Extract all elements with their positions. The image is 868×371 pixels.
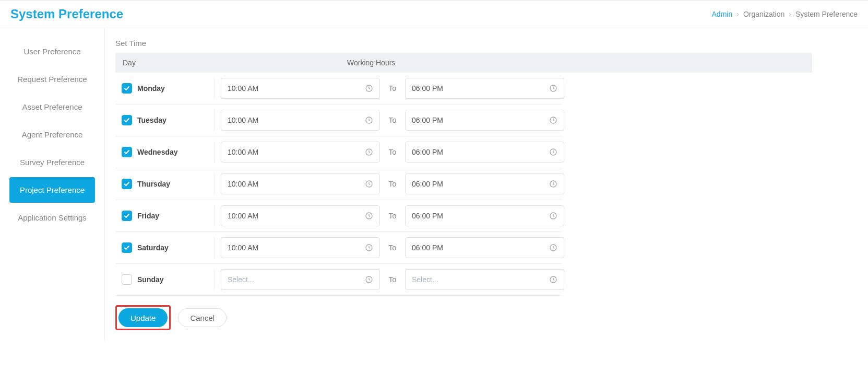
times-cell: 10:00 AMTo06:00 PM bbox=[215, 110, 564, 131]
sidebar-item-project-preference[interactable]: Project Preference bbox=[9, 177, 95, 203]
day-row: Friday10:00 AMTo06:00 PM bbox=[115, 200, 562, 232]
day-cell: Friday bbox=[115, 205, 215, 226]
col-hours-header: Working Hours bbox=[347, 59, 805, 67]
cancel-button[interactable]: Cancel bbox=[178, 308, 227, 327]
from-time-value: 10:00 AM bbox=[228, 212, 258, 220]
clock-icon bbox=[549, 244, 557, 252]
day-label: Sunday bbox=[137, 275, 164, 284]
clock-icon bbox=[365, 244, 373, 252]
day-label: Thursday bbox=[137, 180, 170, 188]
sidebar-item-survey-preference[interactable]: Survey Preference bbox=[9, 149, 95, 175]
to-time-value: 06:00 PM bbox=[412, 212, 443, 220]
from-time-value: 10:00 AM bbox=[228, 116, 258, 124]
sidebar-item-asset-preference[interactable]: Asset Preference bbox=[9, 94, 95, 120]
to-label: To bbox=[386, 212, 399, 220]
clock-icon bbox=[549, 275, 557, 284]
clock-icon bbox=[549, 116, 557, 124]
clock-icon bbox=[549, 212, 557, 220]
page-title: System Preference bbox=[10, 7, 123, 21]
times-cell: 10:00 AMTo06:00 PM bbox=[215, 173, 564, 194]
to-label: To bbox=[386, 84, 399, 92]
day-row: Tuesday10:00 AMTo06:00 PM bbox=[115, 105, 562, 136]
to-time-input[interactable]: 06:00 PM bbox=[405, 205, 564, 226]
to-time-input[interactable]: 06:00 PM bbox=[405, 78, 564, 99]
from-time-input[interactable]: 10:00 AM bbox=[221, 205, 380, 226]
clock-icon bbox=[549, 148, 557, 156]
to-time-value: 06:00 PM bbox=[412, 148, 443, 156]
day-checkbox[interactable] bbox=[122, 211, 132, 221]
to-time-input[interactable]: 06:00 PM bbox=[405, 142, 564, 163]
to-label: To bbox=[386, 116, 399, 124]
clock-icon bbox=[365, 116, 373, 124]
to-time-input[interactable]: 06:00 PM bbox=[405, 110, 564, 131]
update-button[interactable]: Update bbox=[118, 308, 168, 327]
day-checkbox[interactable] bbox=[122, 179, 132, 189]
day-row: Wednesday10:00 AMTo06:00 PM bbox=[115, 136, 562, 168]
day-label: Saturday bbox=[137, 244, 169, 252]
from-time-input[interactable]: 10:00 AM bbox=[221, 110, 380, 131]
clock-icon bbox=[365, 180, 373, 188]
breadcrumb-current: System Preference bbox=[795, 10, 858, 18]
day-checkbox[interactable] bbox=[122, 274, 132, 285]
sidebar-item-agent-preference[interactable]: Agent Preference bbox=[9, 122, 95, 147]
day-row: SundaySelect...ToSelect... bbox=[115, 264, 562, 296]
day-label: Monday bbox=[137, 84, 165, 92]
clock-icon bbox=[365, 212, 373, 220]
to-time-input[interactable]: 06:00 PM bbox=[405, 237, 564, 258]
day-checkbox[interactable] bbox=[122, 147, 132, 157]
to-label: To bbox=[386, 244, 399, 252]
chevron-right-icon: › bbox=[736, 10, 739, 18]
to-time-value: 06:00 PM bbox=[412, 244, 443, 252]
from-time-value: 10:00 AM bbox=[228, 148, 258, 156]
to-label: To bbox=[386, 148, 399, 156]
to-time-value: 06:00 PM bbox=[412, 84, 443, 92]
from-time-input[interactable]: Select... bbox=[221, 269, 380, 290]
table-header: Day Working Hours bbox=[115, 53, 812, 73]
from-time-input[interactable]: 10:00 AM bbox=[221, 173, 380, 194]
from-time-input[interactable]: 10:00 AM bbox=[221, 142, 380, 163]
day-row: Thursday10:00 AMTo06:00 PM bbox=[115, 168, 562, 200]
clock-icon bbox=[365, 148, 373, 156]
from-time-value: 10:00 AM bbox=[228, 180, 258, 188]
day-row: Monday10:00 AMTo06:00 PM bbox=[115, 73, 562, 105]
to-time-value: Select... bbox=[412, 275, 438, 284]
sidebar-item-user-preference[interactable]: User Preference bbox=[9, 39, 95, 64]
times-cell: 10:00 AMTo06:00 PM bbox=[215, 142, 564, 163]
breadcrumb-admin[interactable]: Admin bbox=[712, 10, 733, 18]
clock-icon bbox=[549, 84, 557, 92]
sidebar-item-application-settings[interactable]: Application Settings bbox=[9, 205, 95, 230]
col-day-header: Day bbox=[123, 59, 347, 67]
sidebar-item-request-preference[interactable]: Request Preference bbox=[9, 66, 95, 92]
sidebar: User PreferenceRequest PreferenceAsset P… bbox=[0, 28, 104, 341]
to-time-value: 06:00 PM bbox=[412, 116, 443, 124]
to-label: To bbox=[386, 180, 399, 188]
from-time-input[interactable]: 10:00 AM bbox=[221, 78, 380, 99]
clock-icon bbox=[365, 84, 373, 92]
to-label: To bbox=[386, 275, 399, 284]
section-title: Set Time bbox=[115, 39, 868, 48]
day-checkbox[interactable] bbox=[122, 242, 132, 253]
day-cell: Monday bbox=[115, 78, 215, 99]
day-cell: Sunday bbox=[115, 269, 215, 290]
clock-icon bbox=[549, 180, 557, 188]
day-checkbox[interactable] bbox=[122, 115, 132, 125]
times-cell: Select...ToSelect... bbox=[215, 269, 564, 290]
from-time-value: Select... bbox=[228, 275, 254, 284]
to-time-input[interactable]: 06:00 PM bbox=[405, 173, 564, 194]
day-cell: Tuesday bbox=[115, 110, 215, 131]
day-row: Saturday10:00 AMTo06:00 PM bbox=[115, 232, 562, 264]
from-time-value: 10:00 AM bbox=[228, 244, 258, 252]
breadcrumb: Admin › Organization › System Preference bbox=[712, 10, 858, 18]
from-time-input[interactable]: 10:00 AM bbox=[221, 237, 380, 258]
breadcrumb-organization[interactable]: Organization bbox=[743, 10, 784, 18]
day-checkbox[interactable] bbox=[122, 83, 132, 94]
day-cell: Thursday bbox=[115, 173, 215, 194]
times-cell: 10:00 AMTo06:00 PM bbox=[215, 78, 564, 99]
times-cell: 10:00 AMTo06:00 PM bbox=[215, 205, 564, 226]
to-time-value: 06:00 PM bbox=[412, 180, 443, 188]
chevron-right-icon: › bbox=[789, 10, 791, 18]
to-time-input[interactable]: Select... bbox=[405, 269, 564, 290]
day-cell: Saturday bbox=[115, 237, 215, 258]
from-time-value: 10:00 AM bbox=[228, 84, 258, 92]
update-highlight: Update bbox=[115, 305, 171, 330]
